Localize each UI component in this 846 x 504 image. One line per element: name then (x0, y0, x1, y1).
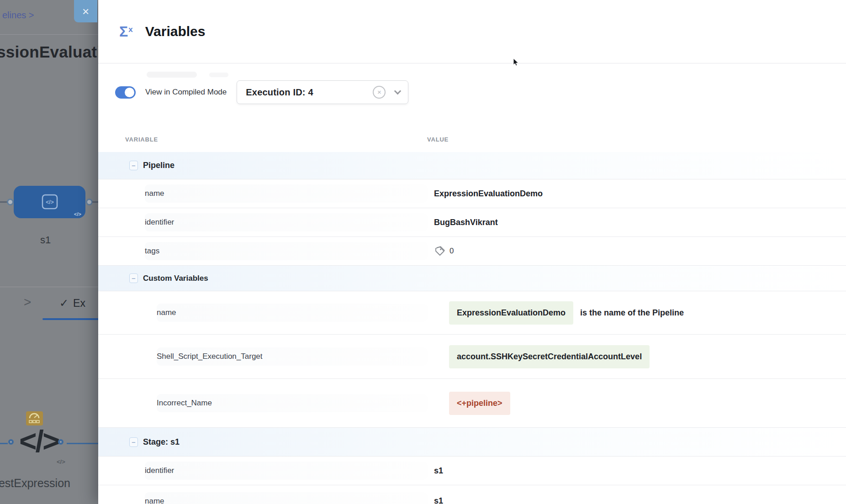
label-stripe: tags (145, 242, 428, 260)
step-connector-line (0, 443, 8, 444)
variable-value: ExpressionEvaluationDemo (434, 189, 543, 199)
group-label: Custom Variables (143, 274, 208, 283)
shell-script-step-icon[interactable]: </> (19, 424, 58, 458)
pipeline-page-title: ssionEvaluati (0, 43, 98, 61)
svg-text:</>: </> (46, 199, 53, 205)
skeleton-bar (209, 73, 228, 77)
group-label: Pipeline (143, 161, 174, 170)
variable-name: name (145, 189, 164, 198)
column-header-value: VALUE (427, 136, 449, 143)
group-label: Stage: s1 (143, 437, 180, 447)
variable-name: identifier (145, 466, 174, 475)
group-row-pipeline: − Pipeline (98, 152, 846, 179)
chevron-down-icon[interactable] (394, 88, 402, 95)
table-row: identifier BugBashVikrant (98, 208, 846, 237)
node-port-right (86, 199, 93, 205)
stage-node[interactable]: </> </> (14, 186, 85, 218)
breadcrumb[interactable]: elines > (2, 10, 34, 21)
tab-label: Ex (73, 297, 85, 310)
variables-sigma-icon: Σx (119, 23, 133, 40)
panel-header: Σx Variables (98, 0, 846, 63)
screen: elines > ssionEvaluati </> </> s1 > ✓ Ex (0, 0, 846, 504)
label-stripe: name (145, 492, 428, 504)
variable-name: name (145, 497, 164, 504)
variable-value: s1 (434, 496, 443, 504)
script-badge-icon: </> (74, 211, 81, 217)
execution-id-value: Execution ID: 4 (246, 87, 313, 98)
variable-name: Shell_Script_Execution_Target (157, 352, 263, 361)
compiled-mode-label: View in Compiled Mode (145, 88, 227, 97)
collapse-toggle[interactable]: − (129, 273, 138, 283)
table-row: name ExpressionEvaluationDemo (98, 179, 846, 208)
panel-title: Variables (145, 24, 206, 39)
execution-id-select[interactable]: Execution ID: 4 × (237, 80, 408, 104)
close-button[interactable]: × (74, 0, 97, 22)
minus-icon: − (132, 438, 136, 446)
script-badge-icon: </> (57, 458, 65, 465)
pipeline-background: elines > ssionEvaluati </> </> s1 > ✓ Ex (0, 0, 98, 504)
close-icon: × (82, 5, 89, 18)
table-header: VARIABLE VALUE (98, 136, 846, 152)
active-tab-underline (42, 318, 98, 320)
minus-icon: − (132, 274, 136, 282)
step-name-label: testExpression (0, 477, 70, 490)
step-port-right (58, 439, 63, 445)
variable-value-highlight: ExpressionEvaluationDemo (449, 301, 573, 325)
skeleton-bar (147, 72, 197, 78)
label-stripe: Incorrect_Name (157, 394, 428, 412)
label-stripe: Shell_Script_Execution_Target (157, 347, 428, 366)
label-stripe: identifier (145, 462, 428, 480)
variable-name: name (157, 308, 176, 317)
variable-value: s1 (434, 466, 443, 476)
node-connector-line (0, 201, 7, 203)
clear-selection-icon[interactable]: × (373, 86, 386, 99)
chevron-right-icon[interactable]: > (24, 295, 31, 310)
variable-value-error: <+pipeline> (449, 392, 510, 415)
toggle-knob (125, 88, 134, 97)
tabbar-divider (0, 287, 98, 287)
variable-value-suffix: is the name of the Pipeline (580, 308, 684, 318)
collapse-toggle[interactable]: − (129, 161, 138, 170)
tab-execution[interactable]: ✓ Ex (59, 297, 85, 310)
variable-value: BugBashVikrant (434, 218, 498, 227)
label-stripe: identifier (145, 213, 428, 231)
label-stripe: name (157, 304, 428, 322)
table-row: identifier s1 (98, 457, 846, 485)
tags-icon (434, 246, 446, 257)
table-row: Shell_Script_Execution_Target account.SS… (98, 335, 846, 379)
step-port-left (8, 439, 14, 445)
label-stripe: name (145, 184, 428, 203)
stage-name-label: s1 (40, 234, 51, 246)
table-row: name s1 (98, 485, 846, 504)
header-divider (0, 34, 98, 35)
table-row: tags 0 (98, 237, 846, 266)
mouse-cursor (513, 58, 519, 68)
script-stage-icon: </> (42, 194, 58, 211)
table-row: Incorrect_Name <+pipeline> (98, 379, 846, 428)
variable-value-highlight: account.SSHKeySecretCredentialAccountLev… (449, 345, 650, 368)
check-icon: ✓ (59, 297, 69, 310)
group-row-custom-variables: − Custom Variables (98, 266, 846, 291)
node-port-left (7, 199, 14, 205)
column-header-variable: VARIABLE (125, 136, 427, 143)
variable-name: tags (145, 247, 159, 256)
minus-icon: − (132, 162, 136, 169)
node-connector-line (92, 201, 98, 203)
collapse-toggle[interactable]: − (129, 437, 138, 447)
group-row-stage-s1: − Stage: s1 (98, 428, 846, 457)
compiled-mode-toggle[interactable] (115, 86, 136, 99)
variables-panel: Σx Variables View in Compiled Mode Execu… (98, 0, 846, 504)
variable-name: identifier (145, 218, 174, 227)
panel-controls: View in Compiled Mode Execution ID: 4 × (115, 80, 846, 104)
variable-name: Incorrect_Name (157, 399, 212, 408)
table-row: name ExpressionEvaluationDemo is the nam… (98, 291, 846, 335)
step-connector-line (67, 443, 98, 444)
tags-count: 0 (449, 247, 454, 256)
